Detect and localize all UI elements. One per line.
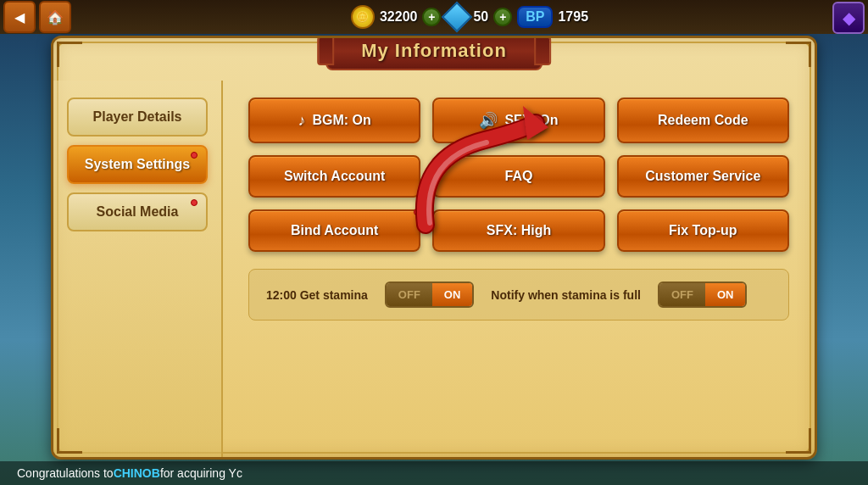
switch-account-label: Switch Account (284, 169, 385, 184)
corner-ornament-bl (57, 428, 82, 454)
faq-label: FAQ (505, 169, 533, 184)
redeem-code-label: Redeem Code (658, 113, 748, 128)
content-area: Player Details System Settings Social Me… (53, 38, 815, 457)
bottom-ticker: Congratulations to CHINOB for acquiring … (0, 461, 868, 485)
switch-account-button[interactable]: Switch Account (248, 155, 420, 198)
sidebar-item-wrapper-system-settings: System Settings (67, 145, 208, 184)
back-button[interactable]: ◀ (3, 1, 36, 33)
corner-ornament-tr (786, 42, 811, 67)
toggle-section: 12:00 Get stamina OFF ON Notify when sta… (248, 269, 789, 321)
customer-service-label: Customer Service (645, 169, 760, 184)
notify-on-option[interactable]: ON (705, 283, 746, 306)
sfx-high-label: SFX: High (487, 223, 551, 238)
home-button[interactable]: 🏠 (39, 1, 71, 33)
sidebar-item-wrapper-social-media: Social Media (67, 192, 208, 231)
bind-account-dot (414, 208, 422, 216)
coin-value: 32200 (380, 9, 418, 25)
notify-off-option[interactable]: OFF (659, 283, 705, 306)
main-panel: My Information Player Details System Set… (51, 36, 817, 460)
sfx-on-button[interactable]: 🔊 SFX: On (432, 98, 604, 143)
corner-ornament-tl (57, 42, 82, 67)
home-icon: 🏠 (47, 9, 64, 25)
bp-value: 1795 (558, 9, 588, 25)
sidebar-label-social-media: Social Media (97, 204, 179, 219)
sidebar-item-social-media[interactable]: Social Media (67, 192, 208, 231)
buttons-grid: ♪ BGM: On 🔊 SFX: On Redeem Code Switch A… (248, 98, 789, 252)
main-content: ♪ BGM: On 🔊 SFX: On Redeem Code Switch A… (223, 81, 815, 457)
top-bar: ◀ 🏠 🪙 32200 + 50 + BP 1795 ◆ (0, 0, 868, 34)
diamond-value: 50 (473, 9, 488, 25)
sidebar-item-player-details[interactable]: Player Details (67, 98, 208, 137)
faq-button[interactable]: FAQ (432, 155, 604, 198)
nav-buttons: ◀ 🏠 (0, 1, 71, 33)
sound-icon: 🔊 (479, 111, 498, 130)
bp-label: BP (526, 9, 544, 24)
fix-topup-button[interactable]: Fix Top-up (617, 209, 789, 252)
stamina-toggle-switch[interactable]: OFF ON (385, 282, 475, 308)
add-diamonds-button[interactable]: + (493, 8, 512, 26)
coin-icon: 🪙 (351, 5, 375, 29)
bind-account-label: Bind Account (291, 223, 378, 238)
notify-toggle-label: Notify when stamina is full (491, 288, 641, 302)
panel-title: My Information (361, 40, 507, 61)
fix-topup-label: Fix Top-up (669, 223, 737, 238)
settings-button[interactable]: ◆ (832, 2, 865, 34)
sidebar-label-player-details: Player Details (93, 109, 182, 124)
redeem-code-button[interactable]: Redeem Code (617, 98, 789, 143)
sfx-on-label: SFX: On (504, 113, 558, 128)
diamond-icon (442, 2, 473, 33)
currency-section: 🪙 32200 + 50 + BP 1795 (351, 5, 588, 29)
music-icon: ♪ (298, 112, 306, 130)
bgm-button[interactable]: ♪ BGM: On (248, 98, 420, 143)
sfx-high-button[interactable]: SFX: High (432, 209, 604, 252)
title-banner: My Information (326, 36, 542, 70)
sidebar-item-system-settings[interactable]: System Settings (67, 145, 208, 184)
social-media-dot (191, 199, 198, 206)
diamond-shape-icon: ◆ (843, 8, 855, 28)
sidebar-item-wrapper-player-details: Player Details (67, 98, 208, 137)
panel-handle[interactable] (815, 226, 817, 269)
ticker-suffix: for acquiring Yc (160, 466, 242, 480)
add-coins-button[interactable]: + (422, 8, 441, 26)
stamina-on-option[interactable]: ON (432, 283, 473, 306)
stamina-toggle-label: 12:00 Get stamina (266, 288, 368, 302)
sidebar: Player Details System Settings Social Me… (53, 81, 223, 457)
notify-toggle-switch[interactable]: OFF ON (658, 282, 748, 308)
bgm-label: BGM: On (313, 113, 371, 128)
customer-service-button[interactable]: Customer Service (617, 155, 789, 198)
system-settings-dot (191, 152, 198, 159)
corner-ornament-br (786, 428, 811, 454)
stamina-off-option[interactable]: OFF (387, 283, 432, 306)
ticker-highlight: CHINOB (114, 466, 160, 480)
bind-account-button[interactable]: Bind Account (248, 209, 420, 252)
ticker-prefix: Congratulations to (17, 466, 114, 480)
sidebar-label-system-settings: System Settings (85, 157, 190, 171)
back-icon: ◀ (14, 9, 25, 25)
bp-badge: BP (517, 6, 553, 28)
